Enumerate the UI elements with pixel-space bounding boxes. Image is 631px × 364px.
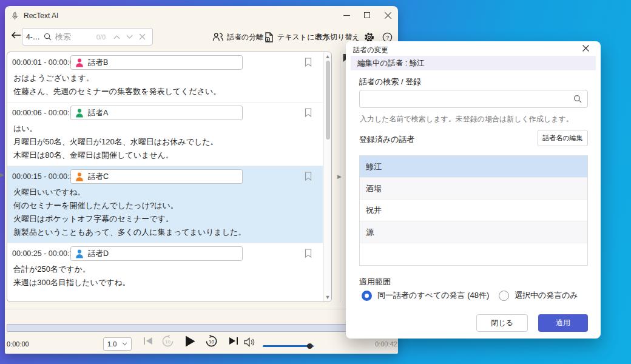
utterance-line: 佐藤さん、先週のセミナーの集客数を発表してください。 bbox=[7, 85, 323, 98]
speaker-list-item[interactable]: 源 bbox=[360, 221, 587, 243]
dialog-close-icon[interactable] bbox=[582, 45, 593, 56]
speed-value: 1.0 bbox=[107, 340, 116, 348]
minimize-button[interactable] bbox=[336, 6, 357, 24]
person-icon bbox=[75, 249, 84, 258]
utterance-line: 火曜日いいですね。 bbox=[7, 186, 323, 199]
utterance-line: 合計が250名ですか。 bbox=[7, 263, 323, 276]
utterance-line: 来週は300名目指したいですね。 bbox=[7, 276, 323, 289]
document-export-icon bbox=[265, 32, 274, 42]
scope-selected-label: 選択中の発言のみ bbox=[515, 290, 578, 301]
transcript-scrollbar[interactable]: ▲ ▼ bbox=[323, 52, 331, 302]
utterance-line: 月曜日が50名、火曜日が120名、水曜日はお休みでした。 bbox=[7, 135, 323, 149]
previous-match-icon[interactable] bbox=[113, 35, 120, 39]
dialog-title: 話者の変更 bbox=[353, 46, 388, 55]
scope-label: 適用範囲 bbox=[359, 277, 391, 288]
back-button[interactable] bbox=[11, 30, 22, 40]
utterance-line: 火曜日はポケットオフ字幕のセミナーです。 bbox=[7, 212, 323, 226]
speaker-list-item-selected[interactable]: 鯵江 bbox=[360, 156, 587, 178]
search-placeholder: 検索 bbox=[55, 32, 96, 42]
separate-speakers-button[interactable]: 話者の分離 bbox=[212, 29, 263, 45]
bookmark-icon[interactable] bbox=[305, 172, 312, 181]
speaker-list-item[interactable]: 酒場 bbox=[360, 178, 587, 200]
radio-selected-icon[interactable] bbox=[362, 291, 372, 301]
panel-expand-handle[interactable]: ▶ bbox=[337, 174, 342, 180]
registered-speakers-list: 鯵江 酒場 祝井 源 bbox=[359, 155, 588, 266]
microphone-icon bbox=[11, 12, 19, 20]
maximize-button[interactable] bbox=[357, 6, 377, 24]
search-help-text: 入力した名前で検索します。未登録の場合は新しく作成します。 bbox=[360, 114, 573, 124]
utterance-line: 何のセミナーを開催したんでしたっけ?はい。 bbox=[7, 199, 323, 212]
playback-speed-select[interactable]: 1.0 bbox=[103, 337, 132, 351]
speaker-name: 話者C bbox=[88, 172, 109, 182]
two-persons-icon bbox=[212, 32, 223, 42]
utterance-time-range: 00:00:01 - 00:00:06 bbox=[12, 58, 70, 67]
scope-options: 同一話者のすべての発言 (48件) 選択中の発言のみ bbox=[362, 290, 589, 302]
scope-all-label: 同一話者のすべての発言 (48件) bbox=[377, 290, 489, 301]
utterance-line: おはようございます。 bbox=[7, 72, 323, 85]
volume-knob[interactable] bbox=[307, 343, 312, 349]
search-icon bbox=[44, 33, 52, 41]
bookmark-icon[interactable] bbox=[305, 58, 312, 67]
scroll-up-icon[interactable]: ▲ bbox=[324, 53, 331, 60]
editing-speaker-banner: 編集中の話者 : 鯵江 bbox=[351, 56, 596, 70]
scope-selected-option[interactable]: 選択中の発言のみ bbox=[499, 290, 578, 301]
utterance-time-range: 00:00:06 - 00:00:14 bbox=[12, 109, 70, 117]
end-time: 0:00:42 bbox=[375, 340, 397, 348]
play-button[interactable] bbox=[185, 335, 195, 347]
skip-to-end-button[interactable] bbox=[228, 336, 238, 346]
speaker-name: 話者B bbox=[88, 58, 108, 68]
utterance-block[interactable]: 00:00:01 - 00:00:06 話者B おはようございます。 佐藤さん、… bbox=[7, 52, 323, 102]
forward-10-button[interactable]: 10 bbox=[205, 335, 218, 348]
bookmark-icon[interactable] bbox=[305, 249, 312, 258]
divider bbox=[5, 309, 398, 309]
window-title: RecText AI bbox=[24, 12, 58, 20]
speaker-chip[interactable]: 話者C bbox=[70, 169, 243, 184]
sidebar-expand-handle[interactable]: ▶ bbox=[0, 172, 4, 178]
utterance-block-selected[interactable]: 00:00:15 - 00:00:24 話者C 火曜日いいですね。 何のセミナー… bbox=[7, 166, 323, 243]
toolbar: 4-… 検索 0/0 話者の分離 テキストに出力 表示切り替え ? bbox=[5, 28, 398, 46]
close-button[interactable] bbox=[377, 6, 398, 24]
skip-to-start-button[interactable] bbox=[143, 336, 154, 346]
utterance-block[interactable]: 00:00:25 - 00:00:30 話者D 合計が250名ですか。 来週は3… bbox=[7, 243, 323, 293]
utterance-block[interactable]: 00:00:06 - 00:00:14 話者A はい。 月曜日が50名、火曜日が… bbox=[7, 102, 323, 166]
utterance-line: はい。 bbox=[7, 122, 323, 135]
svg-text:10: 10 bbox=[165, 339, 171, 345]
clear-search-icon[interactable] bbox=[139, 33, 146, 40]
scrollbar-thumb[interactable] bbox=[326, 61, 330, 140]
volume-slider[interactable] bbox=[263, 343, 315, 349]
speaker-chip[interactable]: 話者A bbox=[70, 106, 243, 120]
transcript-panel: 00:00:01 - 00:00:06 話者B おはようございます。 佐藤さん、… bbox=[7, 52, 332, 302]
rewind-10-button[interactable]: 10 bbox=[161, 335, 174, 348]
search-box[interactable]: 4-… 検索 0/0 bbox=[22, 28, 153, 46]
person-icon bbox=[75, 172, 84, 181]
svg-text:10: 10 bbox=[209, 339, 215, 345]
separate-speakers-label: 話者の分離 bbox=[227, 32, 263, 42]
chevron-down-icon bbox=[122, 342, 127, 346]
volume-icon[interactable] bbox=[244, 337, 255, 347]
document-title-truncated: 4-… bbox=[26, 33, 40, 41]
close-dialog-button[interactable]: 閉じる bbox=[476, 314, 528, 332]
utterance-time-range: 00:00:15 - 00:00:24 bbox=[12, 172, 70, 181]
svg-text:?: ? bbox=[386, 33, 389, 40]
speaker-name: 話者A bbox=[88, 108, 108, 118]
speaker-search-input[interactable] bbox=[359, 90, 588, 108]
radio-unselected-icon[interactable] bbox=[499, 291, 509, 301]
utterance-line: 新製品ということもあって、多くの人に集まってまいりました。 bbox=[7, 226, 323, 239]
change-speaker-dialog: 話者の変更 編集中の話者 : 鯵江 話者の検索 / 登録 入力した名前で検索しま… bbox=[346, 41, 601, 339]
scope-all-option[interactable]: 同一話者のすべての発言 (48件) bbox=[362, 290, 489, 301]
next-match-icon[interactable] bbox=[126, 35, 133, 39]
utterance-time-range: 00:00:25 - 00:00:30 bbox=[12, 249, 70, 258]
scroll-down-icon[interactable]: ▼ bbox=[324, 294, 331, 301]
seek-timeline[interactable] bbox=[7, 324, 396, 332]
edit-speaker-names-button[interactable]: 話者名の編集 bbox=[538, 130, 588, 146]
speaker-list-item[interactable]: 祝井 bbox=[360, 200, 587, 221]
speaker-chip[interactable]: 話者B bbox=[70, 55, 243, 70]
utterance-line: 木曜日は80名、金曜日は開催していません。 bbox=[7, 149, 323, 162]
person-icon bbox=[75, 109, 84, 118]
title-bar: RecText AI bbox=[5, 6, 398, 25]
gear-icon bbox=[364, 32, 374, 42]
view-toggle-label: 表示切り替え bbox=[316, 32, 360, 42]
apply-button[interactable]: 適用 bbox=[538, 314, 588, 332]
speaker-chip[interactable]: 話者D bbox=[70, 246, 243, 261]
bookmark-icon[interactable] bbox=[305, 108, 312, 117]
